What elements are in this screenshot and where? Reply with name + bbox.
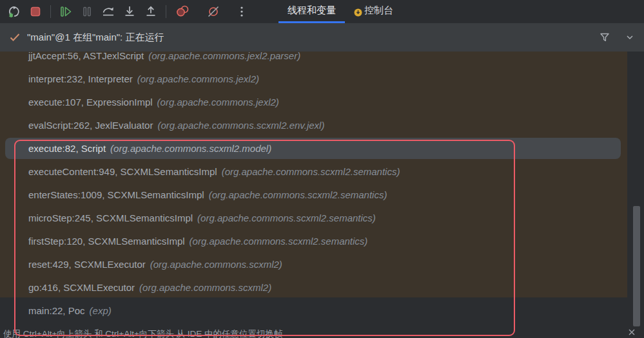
frame-package: (exp) [90, 305, 112, 316]
mute-breakpoints-icon [206, 5, 221, 19]
frame-package: (org.apache.commons.scxml2.semantics) [190, 236, 368, 247]
frame-location: jjtAccept:56, ASTJexlScript [28, 52, 144, 61]
tab-label: 控制台 [364, 5, 393, 17]
filter-funnel-icon[interactable] [599, 32, 610, 43]
hint-footer: 使用 Ctrl+Alt+向上箭头 和 Ctrl+Alt+向下箭头 从 IDE 中… [0, 326, 644, 338]
frame-location: execute:107, ExpressionImpl [28, 97, 153, 108]
stack-frame-row[interactable]: microStep:245, SCXMLSemanticsImpl(org.ap… [0, 207, 627, 230]
view-breakpoints-icon [175, 5, 191, 19]
stack-frame-row[interactable]: enterStates:1009, SCXMLSemanticsImpl(org… [0, 183, 627, 207]
stop-button[interactable] [26, 3, 44, 20]
frame-package: (org.apache.commons.scxml2) [139, 282, 271, 293]
resume-button[interactable] [57, 3, 75, 20]
stack-frame-row[interactable]: interpret:232, Interpreter(org.apache.co… [0, 68, 627, 91]
step-over-icon [101, 5, 116, 19]
tab-console[interactable]: 控制台 [345, 0, 402, 21]
debugger-tabs: 线程和变量 控制台 [278, 0, 402, 23]
resume-icon [59, 5, 73, 19]
stack-frame-row[interactable]: go:416, SCXMLExecutor(org.apache.commons… [0, 276, 627, 299]
stack-frame-row[interactable]: executeContent:949, SCXMLSemanticsImpl(o… [0, 160, 627, 183]
stack-frame-row[interactable]: execute:107, ExpressionImpl(org.apache.c… [0, 91, 627, 114]
stack-frame-row[interactable]: main:22, Poc(exp) [0, 299, 627, 323]
chevron-down-icon[interactable] [625, 32, 635, 42]
rerun-debug-icon [7, 5, 21, 19]
tab-label: 线程和变量 [288, 5, 336, 17]
frame-location: firstStep:120, SCXMLSemanticsImpl [28, 236, 185, 247]
frame-package: (org.apache.commons.jexl2) [137, 73, 259, 84]
stop-icon [29, 5, 42, 18]
step-into-button[interactable] [121, 3, 139, 20]
stack-frame-row[interactable]: evalScript:262, JexlEvaluator(org.apache… [0, 114, 627, 137]
toolbar-divider [166, 5, 166, 18]
frame-location: go:416, SCXMLExecutor [28, 282, 135, 293]
tab-threads-and-variables[interactable]: 线程和变量 [278, 0, 345, 23]
frame-package: (org.apache.commons.scxml2) [150, 259, 282, 270]
frame-location: interpret:232, Interpreter [28, 73, 133, 84]
debugger-toolbar: 线程和变量 控制台 [0, 0, 644, 23]
step-over-button[interactable] [99, 3, 117, 20]
frame-package: (org.apache.commons.scxml2.semantics) [209, 189, 387, 200]
frame-package: (org.apache.commons.jexl2) [157, 97, 279, 108]
frame-package: (org.apache.commons.scxml2.semantics) [222, 166, 400, 177]
stack-frames-list: jjtAccept:56, ASTJexlScript(org.apache.c… [0, 52, 644, 338]
vertical-scrollbar[interactable] [633, 206, 640, 326]
kebab-menu-icon [236, 5, 248, 18]
frame-package: (org.apache.commons.jexl2.parser) [148, 52, 300, 61]
thread-running-check-icon [9, 32, 21, 42]
frame-location: enterStates:1009, SCXMLSemanticsImpl [28, 189, 204, 200]
stack-frame-row[interactable]: firstStep:120, SCXMLSemanticsImpl(org.ap… [0, 230, 627, 253]
pause-icon [81, 5, 93, 18]
frame-location: execute:82, Script [28, 143, 106, 154]
frame-location: main:22, Poc [28, 305, 85, 316]
frame-package: (org.apache.commons.scxml2.env.jexl) [157, 120, 324, 131]
stack-frame-row[interactable]: jjtAccept:56, ASTJexlScript(org.apache.c… [0, 52, 627, 68]
view-breakpoints-button[interactable] [172, 3, 194, 20]
step-out-button[interactable] [142, 3, 160, 20]
toolbar-divider [50, 5, 51, 18]
frame-location: executeContent:949, SCXMLSemanticsImpl [28, 166, 217, 177]
frame-location: microStep:245, SCXMLSemanticsImpl [28, 212, 193, 223]
frame-package: (org.apache.commons.scxml2.semantics) [197, 212, 376, 223]
rerun-debugger-button[interactable] [5, 3, 23, 20]
frame-switch-hint-text: 使用 Ctrl+Alt+向上箭头 和 Ctrl+Alt+向下箭头 从 IDE 中… [0, 328, 644, 338]
pause-button[interactable] [78, 3, 96, 20]
step-out-icon [144, 5, 158, 19]
frame-location: evalScript:262, JexlEvaluator [28, 120, 153, 131]
stack-frame-row[interactable]: reset:429, SCXMLExecutor(org.apache.comm… [0, 253, 627, 276]
frames-container: jjtAccept:56, ASTJexlScript(org.apache.c… [0, 52, 627, 323]
stack-frame-row[interactable]: execute:82, Script(org.apache.commons.sc… [0, 137, 627, 160]
frame-location: reset:429, SCXMLExecutor [28, 259, 146, 270]
thread-status-text: "main"@1 在组"main": 正在运行 [27, 32, 164, 44]
step-into-icon [122, 5, 137, 19]
thread-status-bar: "main"@1 在组"main": 正在运行 [0, 23, 644, 52]
mute-breakpoints-button[interactable] [202, 3, 224, 20]
close-icon[interactable] [627, 328, 636, 337]
console-output-badge-icon [354, 8, 362, 17]
frame-package: (org.apache.commons.scxml2.model) [110, 143, 271, 154]
more-options-button[interactable] [233, 3, 251, 20]
